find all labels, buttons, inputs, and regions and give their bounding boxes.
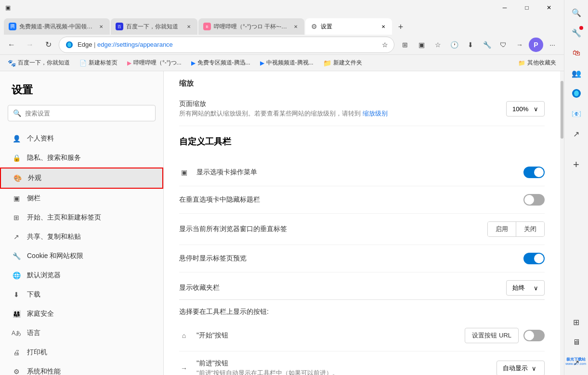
window-controls: ─ □ ✕ xyxy=(494,0,560,15)
search-box[interactable]: 🔍 xyxy=(8,105,156,121)
bookmark-tencent2[interactable]: ▶ 中视频频道-腾视... xyxy=(256,57,317,69)
tab-close-bili[interactable]: ✕ xyxy=(292,23,300,30)
tab-close-settings[interactable]: ✕ xyxy=(379,23,387,30)
bookmark-folder[interactable]: 📁 新建文件夹 xyxy=(319,57,366,69)
downloads-icon[interactable]: ⬇ xyxy=(463,37,478,52)
right-panel-add-icon[interactable]: + xyxy=(568,156,585,173)
tab-settings[interactable]: ⚙ 设置 ✕ xyxy=(305,18,392,35)
vertical-tabs-disable-button[interactable]: 关闭 xyxy=(516,222,544,236)
right-panel-ocr-icon[interactable]: ⊞ xyxy=(568,313,585,331)
bookmark-bili[interactable]: ▶ 哔哩哔哩（°-°)つ... xyxy=(123,57,185,69)
extensions-icon[interactable]: 🔧 xyxy=(479,37,495,52)
right-panel-tools-icon[interactable]: 🔧 xyxy=(568,24,585,41)
sidebar-item-profile[interactable]: 👤 个人资料 xyxy=(0,129,163,148)
scrollbar[interactable] xyxy=(560,71,564,375)
forward-button-row: → "前进"按钮 "前进"按钮自动显示在工具栏中（如果可以前进）。 自动显示 ∨ xyxy=(179,351,545,375)
titlebar: ▣ ─ □ ✕ xyxy=(0,0,564,15)
home-button-controls: 设置按钮 URL xyxy=(465,328,545,343)
right-panel-share-icon[interactable]: ↗ xyxy=(568,125,585,142)
toggle-knob-tab-preview xyxy=(534,254,544,263)
language-nav-icon: Aあ xyxy=(12,328,21,338)
search-input[interactable] xyxy=(25,110,150,117)
tab-close-tencent[interactable]: ✕ xyxy=(97,23,105,30)
bookmark-tencent1[interactable]: ▶ 免费专区频道-腾迅... xyxy=(187,57,254,69)
toggle-knob-hide-title-bar xyxy=(524,195,534,205)
zoom-dropdown[interactable]: 100% ∨ xyxy=(506,101,545,116)
tab-tencent[interactable]: 腾 免费频道-腾讯视频-中国领先的D... ✕ xyxy=(4,18,110,35)
svg-point-1 xyxy=(67,42,71,47)
tab-baidu[interactable]: 百 百度一下，你就知道 ✕ xyxy=(111,18,197,35)
toggle-knob-home-button xyxy=(524,331,534,340)
browser-nav-icon: 🌐 xyxy=(12,271,21,280)
show-tab-actions-toggle[interactable] xyxy=(523,167,545,178)
vertical-tabs-enable-button[interactable]: 启用 xyxy=(488,222,516,236)
right-panel-screen-icon[interactable]: 🖥 xyxy=(568,334,585,351)
appearance-nav-icon: 🎨 xyxy=(13,173,22,183)
sidebar-item-download[interactable]: ⬇ 下载 xyxy=(0,285,163,304)
bookmark-baidu-label: 百度一下，你就知道 xyxy=(18,59,70,67)
bookmark-baidu[interactable]: 🐾 百度一下，你就知道 xyxy=(4,57,74,69)
bookmark-baidu-icon: 🐾 xyxy=(8,59,16,67)
home-button-toggle[interactable] xyxy=(523,330,545,341)
watermark: 极光下载站 www.xz7.com xyxy=(565,357,586,365)
sidebar-item-cookies-label: Cookie 和网站权限 xyxy=(27,252,83,260)
address-separator: | xyxy=(94,41,97,48)
tab-bili[interactable]: B 哔哩哔哩（°-°)つロ 干杯~-bilib... ✕ xyxy=(198,18,304,35)
maximize-button[interactable]: □ xyxy=(516,0,538,15)
sidebar-item-privacy-label: 隐私、搜索和服务 xyxy=(27,154,81,162)
sidebar-item-privacy[interactable]: 🔒 隐私、搜索和服务 xyxy=(0,148,163,168)
refresh-button[interactable]: ↻ xyxy=(40,37,56,52)
star-icon[interactable]: ☆ xyxy=(382,41,388,49)
bookmark-other[interactable]: 📁 其他收藏夹 xyxy=(514,57,560,69)
sidebar-item-startpage[interactable]: ⊞ 开始、主页和新建标签页 xyxy=(0,208,163,227)
split-icon[interactable]: ▣ xyxy=(414,37,429,52)
forward-button-dropdown[interactable]: 自动显示 ∨ xyxy=(497,361,545,375)
sidebar-item-family[interactable]: 👨‍👩‍👧 家庭安全 xyxy=(0,304,163,323)
minimize-button[interactable]: ─ xyxy=(494,0,516,15)
bookmark-newtab-label: 新建标签页 xyxy=(89,59,118,67)
profile-icon[interactable]: P xyxy=(528,37,544,52)
zoom-level-link[interactable]: 缩放级别 xyxy=(363,110,388,117)
sidebar-item-browser[interactable]: 🌐 默认浏览器 xyxy=(0,266,163,285)
bookmark-newtab[interactable]: 📄 新建标签页 xyxy=(76,57,121,69)
sidebar-item-download-label: 下载 xyxy=(27,290,40,299)
sidebar-item-sidebar[interactable]: ▣ 侧栏 xyxy=(0,189,163,208)
favorites-dropdown[interactable]: 始终 ∨ xyxy=(506,280,545,296)
sidebar-item-system[interactable]: ⚙ 系统和性能 xyxy=(0,362,163,375)
tab-favicon-tencent: 腾 xyxy=(9,23,16,30)
share-nav-icon: ↗ xyxy=(12,232,21,242)
sidebar-item-share[interactable]: ↗ 共享、复制和粘贴 xyxy=(0,227,163,246)
new-tab-button[interactable]: + xyxy=(393,19,408,35)
close-button[interactable]: ✕ xyxy=(538,0,560,15)
forward-button[interactable]: → xyxy=(22,37,38,52)
svg-point-3 xyxy=(574,91,579,96)
sidebar-item-appearance[interactable]: 🎨 外观 xyxy=(0,168,163,189)
favorites-icon[interactable]: ☆ xyxy=(430,37,445,52)
set-url-button[interactable]: 设置按钮 URL xyxy=(465,328,519,343)
browser-essentials-icon[interactable]: 🛡 xyxy=(496,37,511,52)
sidebar-item-language[interactable]: Aあ 语言 xyxy=(0,323,163,343)
tab-close-baidu[interactable]: ✕ xyxy=(185,23,193,30)
forward-btn-toolbar[interactable]: → xyxy=(512,37,527,52)
sidebar-item-print[interactable]: 🖨 打印机 xyxy=(0,343,163,362)
back-button[interactable]: ← xyxy=(4,37,19,52)
sidebar-item-cookies[interactable]: 🔧 Cookie 和网站权限 xyxy=(0,246,163,266)
collections-icon[interactable]: ⊞ xyxy=(397,37,413,52)
right-panel-edge-icon[interactable] xyxy=(568,85,585,102)
tab-preview-toggle[interactable] xyxy=(523,253,545,264)
address-bar[interactable]: Edge | edge://settings/appearance ☆ xyxy=(59,37,394,53)
bookmark-tencent2-icon: ▶ xyxy=(260,60,264,66)
right-panel-outlook-icon[interactable]: 📧 xyxy=(568,105,585,122)
right-panel-search-icon[interactable]: 🔍 xyxy=(568,4,585,21)
bookmark-bili-icon: ▶ xyxy=(127,60,131,66)
navbar: ← → ↻ Edge | edge://settings/appearance … xyxy=(0,35,564,55)
print-nav-icon: 🖨 xyxy=(12,348,21,357)
forward-icon: → xyxy=(179,363,189,373)
history-icon[interactable]: 🕐 xyxy=(446,37,462,52)
right-panel-bag-icon[interactable]: 🛍 xyxy=(568,44,585,62)
more-actions-icon[interactable]: ··· xyxy=(545,37,560,52)
right-panel-people-icon[interactable]: 👥 xyxy=(568,65,585,82)
main-layout: 设置 🔍 👤 个人资料 🔒 隐私、搜索和服务 🎨 外观 xyxy=(0,71,564,375)
hide-title-bar-toggle[interactable] xyxy=(523,194,545,206)
home-button-label: "开始"按钮 xyxy=(196,331,457,340)
